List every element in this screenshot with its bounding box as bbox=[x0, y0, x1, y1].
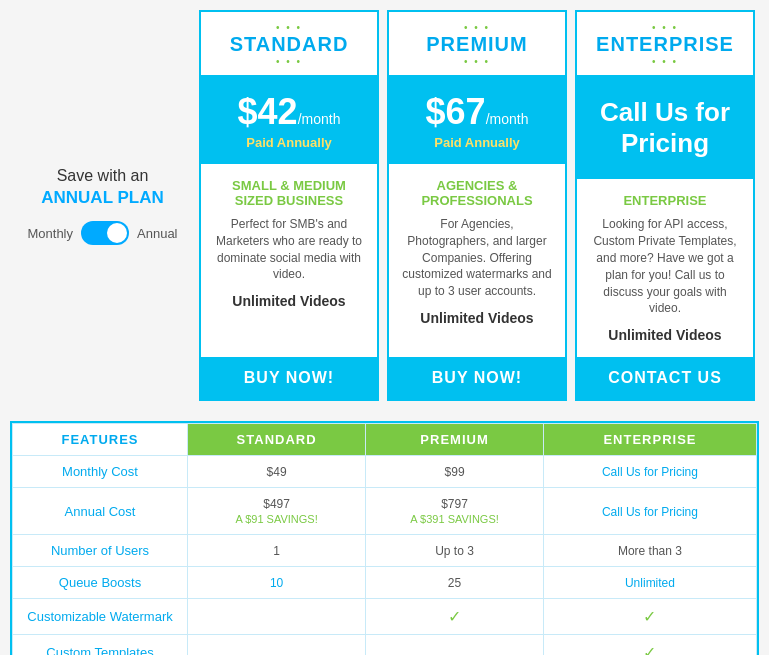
feature-standard-5 bbox=[188, 635, 366, 655]
enterprise-name: ENTERPRISE bbox=[582, 33, 748, 56]
feature-label-3: Queue Boosts bbox=[13, 567, 188, 599]
feature-label-2: Number of Users bbox=[13, 535, 188, 567]
premium-name: PREMIUM bbox=[394, 33, 560, 56]
standard-dots: • • • bbox=[206, 22, 372, 33]
standard-price-sub: Paid Annually bbox=[211, 135, 367, 150]
feature-label-0: Monthly Cost bbox=[13, 456, 188, 488]
feature-standard-1: $497A $91 SAVINGS! bbox=[188, 488, 366, 535]
feature-enterprise-0: Call Us for Pricing bbox=[543, 456, 756, 488]
premium-cta-button[interactable]: BUY NOW! bbox=[389, 357, 565, 399]
standard-header: • • • STANDARD • • • bbox=[201, 12, 377, 77]
standard-target: SMALL & MEDIUM SIZED BUSINESS bbox=[213, 178, 365, 208]
feature-premium-1: $797A $391 SAVINGS! bbox=[366, 488, 544, 535]
premium-header: • • • PREMIUM • • • bbox=[389, 12, 565, 77]
feature-standard-0: $49 bbox=[188, 456, 366, 488]
features-table-wrapper: FEATURES STANDARD PREMIUM ENTERPRISE Mon… bbox=[10, 421, 759, 655]
standard-price: $42/month bbox=[211, 91, 367, 133]
premium-unlimited: Unlimited Videos bbox=[420, 310, 533, 326]
premium-body: AGENCIES & PROFESSIONALS For Agencies, P… bbox=[389, 164, 565, 357]
enterprise-body: ENTERPRISE Looking for API access, Custo… bbox=[577, 179, 753, 357]
premium-price-value: $67 bbox=[426, 91, 486, 132]
premium-target: AGENCIES & PROFESSIONALS bbox=[401, 178, 553, 208]
features-table: FEATURES STANDARD PREMIUM ENTERPRISE Mon… bbox=[12, 423, 757, 655]
standard-unlimited: Unlimited Videos bbox=[232, 293, 345, 309]
standard-desc: Perfect for SMB's and Marketers who are … bbox=[213, 216, 365, 283]
enterprise-dots: • • • bbox=[582, 22, 748, 33]
enterprise-header: • • • ENTERPRISE • • • bbox=[577, 12, 753, 77]
feature-premium-3: 25 bbox=[366, 567, 544, 599]
annual-plan-text: ANNUAL PLAN bbox=[41, 188, 163, 207]
premium-dots-right: • • • bbox=[394, 56, 560, 67]
th-features: FEATURES bbox=[13, 424, 188, 456]
toggle-knob bbox=[107, 223, 127, 243]
standard-body: SMALL & MEDIUM SIZED BUSINESS Perfect fo… bbox=[201, 164, 377, 357]
left-panel: Save with an ANNUAL PLAN Monthly Annual bbox=[10, 10, 195, 401]
feature-label-4: Customizable Watermark bbox=[13, 599, 188, 635]
feature-premium-0: $99 bbox=[366, 456, 544, 488]
standard-card: • • • STANDARD • • • $42/month Paid Annu… bbox=[199, 10, 379, 401]
th-premium: PREMIUM bbox=[366, 424, 544, 456]
feature-standard-4 bbox=[188, 599, 366, 635]
premium-desc: For Agencies, Photographers, and larger … bbox=[401, 216, 553, 300]
enterprise-card: • • • ENTERPRISE • • • Call Us for Prici… bbox=[575, 10, 755, 401]
standard-price-value: $42 bbox=[238, 91, 298, 132]
enterprise-dots-right: • • • bbox=[582, 56, 748, 67]
feature-label-5: Custom Templates bbox=[13, 635, 188, 655]
billing-toggle[interactable] bbox=[81, 221, 129, 245]
monthly-label: Monthly bbox=[27, 226, 73, 241]
standard-cta-button[interactable]: BUY NOW! bbox=[201, 357, 377, 399]
feature-row-4: Customizable Watermark✓✓ bbox=[13, 599, 757, 635]
feature-row-5: Custom Templates✓ bbox=[13, 635, 757, 655]
save-line1: Save with an bbox=[57, 167, 149, 184]
feature-row-0: Monthly Cost$49$99Call Us for Pricing bbox=[13, 456, 757, 488]
feature-enterprise-3: Unlimited bbox=[543, 567, 756, 599]
premium-price: $67/month bbox=[399, 91, 555, 133]
premium-period: /month bbox=[486, 111, 529, 127]
feature-enterprise-2: More than 3 bbox=[543, 535, 756, 567]
feature-row-3: Queue Boosts1025Unlimited bbox=[13, 567, 757, 599]
feature-premium-2: Up to 3 bbox=[366, 535, 544, 567]
th-standard: STANDARD bbox=[188, 424, 366, 456]
premium-price-area: $67/month Paid Annually bbox=[389, 77, 565, 164]
standard-period: /month bbox=[298, 111, 341, 127]
feature-row-2: Number of Users1Up to 3More than 3 bbox=[13, 535, 757, 567]
th-enterprise: ENTERPRISE bbox=[543, 424, 756, 456]
annual-label: Annual bbox=[137, 226, 177, 241]
enterprise-target: ENTERPRISE bbox=[623, 193, 706, 208]
standard-price-area: $42/month Paid Annually bbox=[201, 77, 377, 164]
feature-enterprise-5: ✓ bbox=[543, 635, 756, 655]
premium-price-sub: Paid Annually bbox=[399, 135, 555, 150]
premium-card: • • • PREMIUM • • • $67/month Paid Annua… bbox=[387, 10, 567, 401]
features-header-row: FEATURES STANDARD PREMIUM ENTERPRISE bbox=[13, 424, 757, 456]
enterprise-cta-button[interactable]: CONTACT US bbox=[577, 357, 753, 399]
enterprise-unlimited: Unlimited Videos bbox=[608, 327, 721, 343]
save-text: Save with an ANNUAL PLAN bbox=[41, 166, 163, 209]
feature-row-1: Annual Cost$497A $91 SAVINGS!$797A $391 … bbox=[13, 488, 757, 535]
feature-enterprise-1: Call Us for Pricing bbox=[543, 488, 756, 535]
feature-label-1: Annual Cost bbox=[13, 488, 188, 535]
feature-premium-4: ✓ bbox=[366, 599, 544, 635]
enterprise-price-area: Call Us for Pricing bbox=[577, 77, 753, 179]
enterprise-price-text: Call Us for Pricing bbox=[587, 97, 743, 159]
feature-standard-3: 10 bbox=[188, 567, 366, 599]
premium-dots: • • • bbox=[394, 22, 560, 33]
enterprise-desc: Looking for API access, Custom Private T… bbox=[589, 216, 741, 317]
feature-standard-2: 1 bbox=[188, 535, 366, 567]
toggle-row: Monthly Annual bbox=[27, 221, 177, 245]
standard-name: STANDARD bbox=[206, 33, 372, 56]
feature-premium-5 bbox=[366, 635, 544, 655]
feature-enterprise-4: ✓ bbox=[543, 599, 756, 635]
standard-dots-right: • • • bbox=[206, 56, 372, 67]
